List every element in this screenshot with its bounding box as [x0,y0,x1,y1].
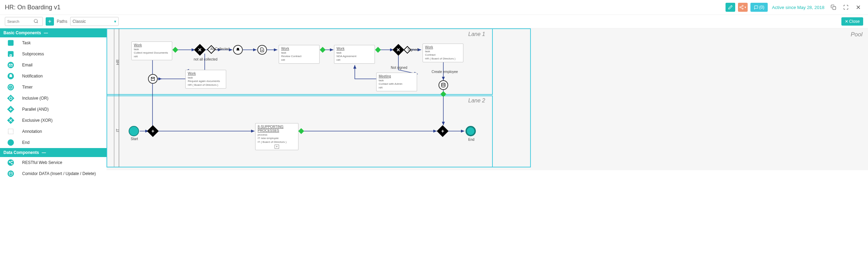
lane1-title: HR [116,59,120,65]
lane2-label: Lane 2 [468,98,485,104]
bell-icon [236,47,240,52]
comments-button[interactable]: (0) [750,3,768,12]
search-input[interactable] [7,19,34,24]
start-label: Start [131,137,138,141]
label-create-employee: Create employee [432,70,458,74]
xor-gateway[interactable]: ✕ [194,44,206,56]
palette-item-timer[interactable]: Timer [0,82,107,93]
start-event[interactable] [129,126,139,136]
svg-point-18 [8,139,14,146]
exclusive-icon [7,117,15,124]
svg-point-2 [742,8,744,9]
task-nda-agreement[interactable]: Work task NDA Agreement HR [334,45,375,64]
subprocess-it-employee[interactable]: 8-SUPPORTING PROCESSES process IT new em… [255,123,298,150]
paths-select[interactable]: Classic ▾ [70,17,119,26]
page-title: HR: On Boarding v1 [5,4,61,11]
svg-point-23 [8,171,14,177]
notification-event[interactable] [233,45,243,55]
palette-header-data[interactable]: Data Components — [0,148,107,157]
end-event[interactable] [465,126,476,136]
label-not-signed: Not signed [391,66,407,70]
share-button[interactable]: ▾ [738,3,748,12]
add-button[interactable]: + [46,17,54,26]
paths-label: Paths [57,19,67,24]
share-icon [739,5,744,10]
palette-item-subprocess[interactable]: Subprocess [0,48,107,59]
bpmn-canvas[interactable]: Pool Lane 1 Lane 2 HR IT Start + Work ta… [107,28,868,170]
svg-rect-17 [8,129,13,134]
mail-icon [150,76,155,81]
svg-rect-5 [8,40,14,46]
end-icon [7,139,15,146]
task-contract[interactable]: Work task Contract HR ( Board of Directo… [423,44,463,62]
search-input-wrapper [5,17,43,26]
task-meeting[interactable]: Meeting task Contact with Admin HR [376,73,417,91]
inclusive-icon [7,94,15,102]
lane1-label: Lane 1 [468,31,485,37]
comment-icon [754,5,758,10]
search-icon[interactable] [34,19,38,25]
palette-item-data[interactable]: Comidor DATA (Insert / Update / Delete) [0,168,107,179]
fullscreen-button[interactable] [841,3,851,12]
task-icon [7,39,15,47]
svg-rect-13 [7,95,15,102]
task-request-documents[interactable]: Work task Request again documents HR ( B… [185,70,226,89]
palette-item-parallel[interactable]: Parallel (AND) [0,104,107,115]
parallel-gateway[interactable]: + [147,125,159,137]
close-window-button[interactable] [853,3,863,12]
notification-icon [7,72,15,80]
svg-point-42 [442,83,445,84]
email-icon [7,61,15,69]
svg-point-4 [34,19,37,22]
palette-item-notification[interactable]: Notification [0,71,107,82]
palette-item-end[interactable]: End [0,137,107,148]
palette-item-email[interactable]: Email [0,59,107,71]
end-label: End [468,138,474,141]
expand-icon[interactable]: + [275,145,279,149]
copy-button[interactable] [829,3,838,12]
palette-item-rest[interactable]: RESTful Web Service [0,157,107,168]
pencil-icon [728,5,733,10]
fullscreen-icon [843,4,849,10]
parallel-gateway-join[interactable]: + [437,125,449,137]
database-icon [441,83,446,88]
annotation-icon [7,128,15,135]
palette-item-annotation[interactable]: Annotation [0,126,107,137]
email-event[interactable] [148,74,158,84]
edit-button[interactable] [726,3,735,12]
label-all-collected: All Collected [210,47,230,51]
palette-header-basic[interactable]: Basic Components — [0,28,107,37]
label-not-all-collected: not all collected [194,57,218,61]
subprocess-event[interactable] [257,45,267,55]
palette-item-task[interactable]: Task [0,37,107,48]
status-text: Active since May 28, 2018 [772,5,824,10]
svg-point-0 [742,5,744,6]
copy-icon [831,4,836,10]
minus-icon: — [44,30,48,35]
label-signed: Signed [407,48,418,52]
svg-point-1 [740,7,741,8]
timer-icon [7,83,15,91]
parallel-icon [7,106,15,113]
lane2-title: IT [116,129,120,132]
task-review-contract[interactable]: Work task Review Contract HR [279,45,320,64]
pool-label: Pool [851,31,862,38]
data-store[interactable] [438,80,448,90]
rest-icon [7,159,15,166]
chevron-down-icon: ▾ [114,19,116,24]
palette-item-inclusive[interactable]: Inclusive (OR) [0,93,107,104]
close-button[interactable]: ✕Close [841,17,863,26]
minus-icon: — [42,150,46,155]
close-icon [855,4,861,10]
palette-item-exclusive[interactable]: Exclusive (XOR) [0,115,107,126]
svg-rect-3 [833,7,836,10]
data-icon [7,170,15,177]
file-plus-icon [260,47,265,52]
xor-gateway-signed[interactable]: ✕ [393,44,404,56]
palette-sidebar: Basic Components — TaskSubprocessEmailNo… [0,28,107,179]
task-collect-documents[interactable]: Work task Collect required Documents HR [131,42,172,60]
subprocess-icon [7,50,15,58]
svg-point-19 [8,159,14,166]
svg-point-8 [8,62,14,68]
